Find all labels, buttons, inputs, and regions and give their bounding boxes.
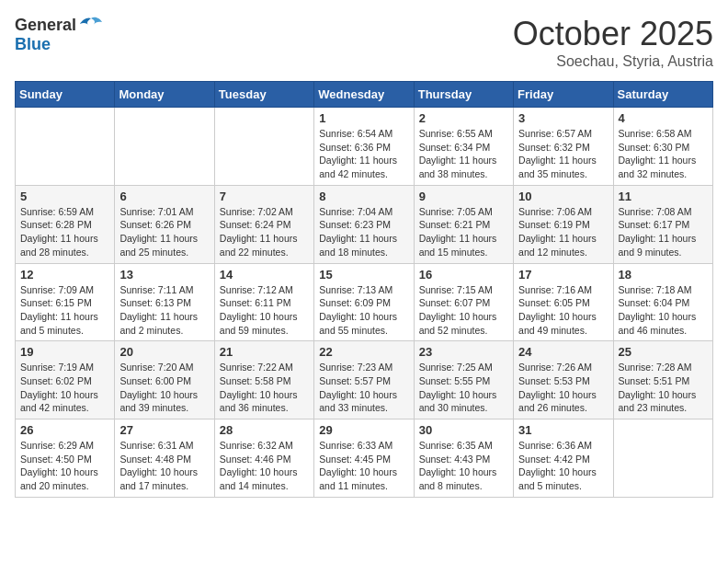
day-number: 19 — [20, 345, 109, 359]
table-row: 25Sunrise: 7:28 AM Sunset: 5:51 PM Dayli… — [613, 341, 712, 419]
table-row: 1Sunrise: 6:54 AM Sunset: 6:36 PM Daylig… — [314, 108, 414, 186]
table-row: 30Sunrise: 6:35 AM Sunset: 4:43 PM Dayli… — [414, 419, 513, 498]
day-info: Sunrise: 7:02 AM Sunset: 6:24 PM Dayligh… — [220, 205, 309, 259]
table-row: 8Sunrise: 7:04 AM Sunset: 6:23 PM Daylig… — [314, 185, 414, 263]
col-wednesday: Wednesday — [314, 82, 414, 108]
location-subtitle: Soechau, Styria, Austria — [513, 53, 713, 70]
day-info: Sunrise: 7:08 AM Sunset: 6:17 PM Dayligh… — [619, 205, 708, 259]
day-info: Sunrise: 7:16 AM Sunset: 6:05 PM Dayligh… — [518, 283, 608, 338]
day-number: 17 — [518, 268, 608, 282]
table-row — [16, 108, 115, 186]
day-number: 10 — [518, 190, 608, 203]
table-row: 28Sunrise: 6:32 AM Sunset: 4:46 PM Dayli… — [214, 419, 313, 498]
day-number: 22 — [319, 345, 408, 359]
table-row: 11Sunrise: 7:08 AM Sunset: 6:17 PM Dayli… — [613, 185, 712, 263]
day-number: 25 — [619, 345, 708, 359]
day-number: 24 — [518, 345, 608, 359]
table-row: 31Sunrise: 6:36 AM Sunset: 4:42 PM Dayli… — [514, 419, 613, 498]
day-number: 12 — [20, 268, 109, 282]
day-info: Sunrise: 7:22 AM Sunset: 5:58 PM Dayligh… — [220, 361, 309, 415]
day-info: Sunrise: 6:36 AM Sunset: 4:42 PM Dayligh… — [518, 439, 608, 493]
day-number: 26 — [20, 423, 109, 437]
table-row: 26Sunrise: 6:29 AM Sunset: 4:50 PM Dayli… — [16, 419, 115, 498]
logo-general-text: General — [15, 16, 76, 35]
table-row: 21Sunrise: 7:22 AM Sunset: 5:58 PM Dayli… — [214, 341, 313, 419]
calendar-header-row: Sunday Monday Tuesday Wednesday Thursday… — [16, 82, 713, 108]
day-info: Sunrise: 6:32 AM Sunset: 4:46 PM Dayligh… — [220, 439, 309, 493]
table-row: 18Sunrise: 7:18 AM Sunset: 6:04 PM Dayli… — [613, 263, 712, 341]
day-info: Sunrise: 7:06 AM Sunset: 6:19 PM Dayligh… — [518, 205, 608, 259]
table-row: 12Sunrise: 7:09 AM Sunset: 6:15 PM Dayli… — [16, 263, 115, 341]
table-row: 7Sunrise: 7:02 AM Sunset: 6:24 PM Daylig… — [214, 185, 313, 263]
day-info: Sunrise: 7:12 AM Sunset: 6:11 PM Dayligh… — [220, 283, 309, 338]
table-row: 6Sunrise: 7:01 AM Sunset: 6:26 PM Daylig… — [115, 185, 214, 263]
table-row: 9Sunrise: 7:05 AM Sunset: 6:21 PM Daylig… — [414, 185, 513, 263]
day-number: 21 — [220, 345, 309, 359]
table-row: 20Sunrise: 7:20 AM Sunset: 6:00 PM Dayli… — [115, 341, 214, 419]
day-info: Sunrise: 7:13 AM Sunset: 6:09 PM Dayligh… — [319, 283, 408, 338]
day-info: Sunrise: 6:35 AM Sunset: 4:43 PM Dayligh… — [419, 439, 508, 493]
day-number: 9 — [419, 190, 508, 203]
day-info: Sunrise: 7:28 AM Sunset: 5:51 PM Dayligh… — [619, 361, 708, 415]
col-tuesday: Tuesday — [214, 82, 313, 108]
day-info: Sunrise: 7:26 AM Sunset: 5:53 PM Dayligh… — [518, 361, 608, 415]
month-title: October 2025 — [513, 15, 713, 53]
table-row: 15Sunrise: 7:13 AM Sunset: 6:09 PM Dayli… — [314, 263, 414, 341]
day-info: Sunrise: 7:11 AM Sunset: 6:13 PM Dayligh… — [119, 283, 209, 338]
table-row — [115, 108, 214, 186]
day-number: 14 — [220, 268, 309, 282]
day-number: 8 — [319, 190, 408, 203]
day-info: Sunrise: 6:58 AM Sunset: 6:30 PM Dayligh… — [619, 127, 708, 181]
table-row: 5Sunrise: 6:59 AM Sunset: 6:28 PM Daylig… — [16, 185, 115, 263]
day-info: Sunrise: 6:31 AM Sunset: 4:48 PM Dayligh… — [119, 439, 209, 493]
logo: General Blue — [15, 15, 104, 54]
table-row: 14Sunrise: 7:12 AM Sunset: 6:11 PM Dayli… — [214, 263, 313, 341]
day-info: Sunrise: 6:59 AM Sunset: 6:28 PM Dayligh… — [20, 205, 109, 259]
table-row: 17Sunrise: 7:16 AM Sunset: 6:05 PM Dayli… — [514, 263, 613, 341]
col-friday: Friday — [514, 82, 613, 108]
table-row: 4Sunrise: 6:58 AM Sunset: 6:30 PM Daylig… — [613, 108, 712, 186]
day-number: 30 — [419, 423, 508, 437]
day-info: Sunrise: 7:01 AM Sunset: 6:26 PM Dayligh… — [119, 205, 209, 259]
day-info: Sunrise: 7:19 AM Sunset: 6:02 PM Dayligh… — [20, 361, 109, 415]
table-row — [214, 108, 313, 186]
day-number: 4 — [619, 111, 708, 125]
table-row: 3Sunrise: 6:57 AM Sunset: 6:32 PM Daylig… — [514, 108, 613, 186]
day-number: 15 — [319, 268, 408, 282]
table-row: 2Sunrise: 6:55 AM Sunset: 6:34 PM Daylig… — [414, 108, 513, 186]
col-sunday: Sunday — [16, 82, 115, 108]
title-block: October 2025 Soechau, Styria, Austria — [513, 15, 713, 70]
table-row: 10Sunrise: 7:06 AM Sunset: 6:19 PM Dayli… — [514, 185, 613, 263]
day-info: Sunrise: 6:33 AM Sunset: 4:45 PM Dayligh… — [319, 439, 408, 493]
day-info: Sunrise: 7:23 AM Sunset: 5:57 PM Dayligh… — [319, 361, 408, 415]
day-info: Sunrise: 7:15 AM Sunset: 6:07 PM Dayligh… — [419, 283, 508, 338]
day-number: 5 — [20, 190, 109, 203]
table-row — [613, 419, 712, 498]
day-number: 29 — [319, 423, 408, 437]
table-row: 24Sunrise: 7:26 AM Sunset: 5:53 PM Dayli… — [514, 341, 613, 419]
day-number: 20 — [119, 345, 209, 359]
day-number: 11 — [619, 190, 708, 203]
table-row: 16Sunrise: 7:15 AM Sunset: 6:07 PM Dayli… — [414, 263, 513, 341]
day-info: Sunrise: 7:04 AM Sunset: 6:23 PM Dayligh… — [319, 205, 408, 259]
table-row: 13Sunrise: 7:11 AM Sunset: 6:13 PM Dayli… — [115, 263, 214, 341]
page-header: General Blue October 2025 Soechau, Styri… — [15, 15, 713, 70]
day-number: 6 — [119, 190, 209, 203]
day-info: Sunrise: 7:20 AM Sunset: 6:00 PM Dayligh… — [119, 361, 209, 415]
day-number: 13 — [119, 268, 209, 282]
day-number: 28 — [220, 423, 309, 437]
day-info: Sunrise: 6:57 AM Sunset: 6:32 PM Dayligh… — [518, 127, 608, 181]
day-info: Sunrise: 7:09 AM Sunset: 6:15 PM Dayligh… — [20, 283, 109, 338]
day-number: 3 — [518, 111, 608, 125]
col-saturday: Saturday — [613, 82, 712, 108]
day-number: 2 — [419, 111, 508, 125]
day-info: Sunrise: 7:25 AM Sunset: 5:55 PM Dayligh… — [419, 361, 508, 415]
day-number: 16 — [419, 268, 508, 282]
col-monday: Monday — [115, 82, 214, 108]
day-number: 1 — [319, 111, 408, 125]
day-info: Sunrise: 6:54 AM Sunset: 6:36 PM Dayligh… — [319, 127, 408, 181]
logo-blue-text: Blue — [15, 35, 51, 54]
day-info: Sunrise: 6:29 AM Sunset: 4:50 PM Dayligh… — [20, 439, 109, 493]
calendar-table: Sunday Monday Tuesday Wednesday Thursday… — [15, 81, 713, 498]
table-row: 19Sunrise: 7:19 AM Sunset: 6:02 PM Dayli… — [16, 341, 115, 419]
